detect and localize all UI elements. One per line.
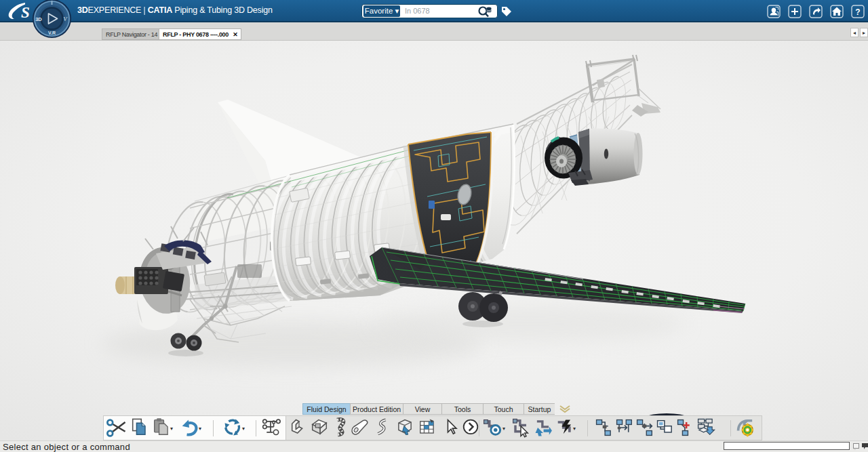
svg-text:3D: 3D [35,16,42,22]
svg-text:S: S [21,4,30,20]
svg-text:?: ? [855,7,860,17]
svg-text:V.R: V.R [48,30,56,35]
